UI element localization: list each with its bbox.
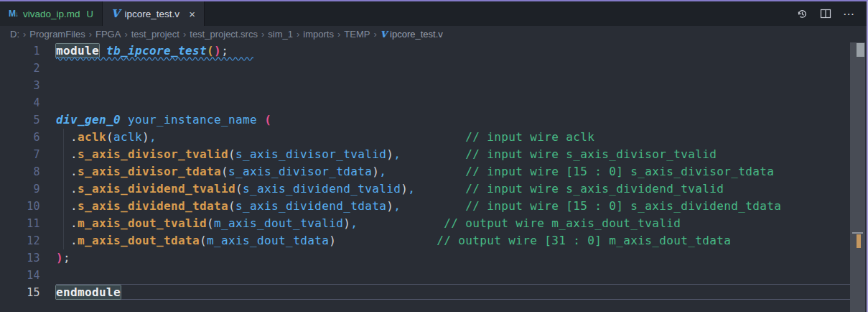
breadcrumb-item[interactable]: Vipcore_test.v (381, 29, 443, 40)
editor-actions: ⋯ (796, 1, 867, 26)
code-token: , (393, 199, 401, 213)
breadcrumb: D:›ProgramFiles›FPGA›test_project›test_p… (0, 26, 867, 42)
code-token: s_axis_divisor_tdata (228, 165, 372, 178)
code-line[interactable] (56, 60, 850, 77)
code-token (358, 216, 444, 230)
code-token (257, 113, 264, 127)
code-token: . (56, 199, 78, 213)
code-line[interactable]: ); (56, 249, 850, 267)
code-editor[interactable]: 123456789101112131415 module tb_ipcore_t… (0, 42, 865, 312)
code-token: ( (228, 147, 235, 161)
close-icon[interactable]: × (189, 8, 195, 20)
code-token: . (56, 182, 78, 196)
breadcrumb-item[interactable]: TEMP (344, 29, 370, 40)
line-number-gutter: 123456789101112131415 (0, 42, 56, 301)
code-token: ) (142, 130, 149, 144)
code-token (401, 199, 465, 213)
code-token: // output wire [31 : 0] m_axis_dout_tdat… (437, 234, 731, 247)
code-line[interactable] (56, 77, 850, 94)
code-token (386, 165, 465, 178)
code-line[interactable]: endmodule (56, 284, 850, 301)
breadcrumb-item[interactable]: ProgramFiles (29, 29, 85, 40)
split-editor-icon[interactable] (820, 8, 831, 19)
vscode-editor-window: M↓ vivado_ip.md U V ipcore_test.v × (0, 0, 868, 312)
code-line[interactable]: .s_axis_dividend_tdata(s_axis_dividend_t… (56, 198, 850, 215)
breadcrumb-item[interactable]: imports (303, 29, 334, 40)
code-token: // input wire [15 : 0] s_axis_divisor_td… (465, 165, 774, 178)
verilog-icon: V (381, 29, 387, 40)
code-token: tb_ipcore_test (106, 44, 207, 58)
code-token: // output wire m_axis_dout_tvalid (444, 216, 681, 230)
code-token: // input wire [15 : 0] s_axis_dividend_t… (465, 199, 781, 213)
code-line[interactable] (56, 267, 850, 284)
code-token: , (408, 182, 415, 196)
tab-vivado-ip-md[interactable]: M↓ vivado_ip.md U (0, 1, 103, 26)
breadcrumb-item[interactable]: test_project.srcs (190, 29, 258, 40)
code-line[interactable]: .aclk(aclk), // input wire aclk (56, 129, 850, 146)
code-line[interactable]: .s_axis_dividend_tvalid(s_axis_dividend_… (56, 180, 850, 198)
code-line[interactable]: .s_axis_divisor_tvalid(s_axis_divisor_tv… (56, 146, 850, 163)
code-token (121, 113, 128, 127)
code-line[interactable] (56, 94, 850, 111)
code-token: ( (207, 44, 214, 58)
line-number: 15 (0, 284, 56, 301)
indent-guide (63, 129, 64, 249)
code-token: . (56, 130, 78, 144)
code-token: s_axis_divisor_tvalid (235, 147, 386, 161)
code-line[interactable]: module tb_ipcore_test(); (56, 42, 850, 60)
line-number: 12 (0, 232, 56, 249)
chevron-right-icon: › (124, 29, 127, 40)
line-number: 3 (0, 77, 56, 94)
code-token: ) (386, 199, 393, 213)
scrollbar[interactable] (850, 42, 865, 312)
code-token: module (56, 44, 99, 58)
line-number: 2 (0, 60, 56, 77)
tab-ipcore-test-v[interactable]: V ipcore_test.v × (103, 1, 205, 26)
code-token (157, 130, 465, 144)
code-token: // input wire s_axis_divisor_tvalid (465, 147, 717, 161)
code-token: . (56, 216, 78, 230)
chevron-right-icon: › (337, 29, 340, 40)
code-token: s_axis_dividend_tdata (78, 199, 228, 213)
line-number: 4 (0, 94, 56, 111)
line-number: 10 (0, 198, 56, 215)
code-line[interactable]: div_gen_0 your_instance_name ( (56, 111, 850, 129)
code-token: ) (214, 44, 221, 58)
code-token: // input wire aclk (465, 130, 594, 144)
code-token: . (56, 147, 78, 161)
code-content: module tb_ipcore_test();div_gen_0 your_i… (56, 42, 850, 301)
code-token: ( (264, 113, 271, 127)
code-token (401, 147, 465, 161)
code-token: your_instance_name (128, 113, 257, 127)
code-token (336, 234, 437, 247)
line-number: 1 (0, 42, 56, 60)
breadcrumb-item[interactable]: D: (10, 29, 19, 40)
code-token: m_axis_dout_tdata (207, 234, 329, 247)
timeline-history-icon[interactable] (796, 8, 808, 20)
code-token: endmodule (56, 285, 121, 299)
code-token: ) (329, 234, 336, 247)
code-token: ( (235, 182, 243, 196)
code-token: m_axis_dout_tdata (78, 234, 200, 247)
code-token: aclk (113, 130, 142, 144)
tab-title: vivado_ip.md (23, 9, 80, 19)
code-line[interactable]: .s_axis_divisor_tdata(s_axis_divisor_tda… (56, 163, 850, 180)
code-line[interactable]: .m_axis_dout_tdata(m_axis_dout_tdata) //… (56, 232, 850, 249)
code-token: ) (386, 147, 393, 161)
code-token: ) (401, 182, 408, 196)
breadcrumb-item[interactable]: test_project (131, 29, 179, 40)
more-actions-icon[interactable]: ⋯ (843, 7, 855, 21)
breadcrumb-item[interactable]: FPGA (95, 29, 121, 40)
breadcrumb-item[interactable]: sim_1 (268, 29, 293, 40)
code-token: ) (343, 216, 350, 230)
chevron-right-icon: › (23, 29, 26, 40)
code-token: ( (106, 130, 113, 144)
line-number: 13 (0, 249, 56, 267)
code-token: ( (200, 234, 207, 247)
code-token: m_axis_dout_tvalid (78, 216, 207, 230)
code-line[interactable]: .m_axis_dout_tvalid(m_axis_dout_tvalid),… (56, 215, 850, 232)
chevron-right-icon: › (373, 29, 376, 40)
code-token: ( (228, 199, 235, 213)
git-status-badge: U (87, 9, 93, 19)
line-number: 5 (0, 111, 56, 129)
